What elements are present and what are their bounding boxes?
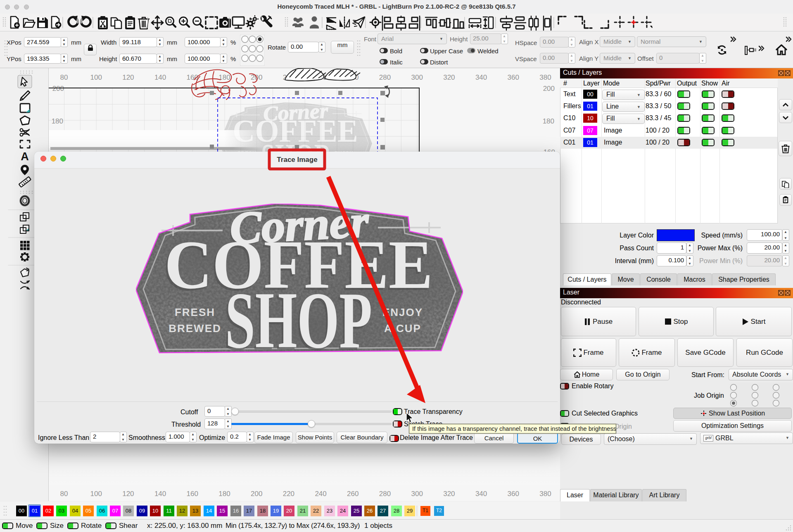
svg-text:200: 200 xyxy=(251,490,262,498)
svg-text:320: 320 xyxy=(443,74,455,81)
svg-text:A: A xyxy=(21,150,29,163)
svg-text:280: 280 xyxy=(379,490,391,498)
svg-text:360: 360 xyxy=(508,74,519,81)
svg-text:180: 180 xyxy=(52,117,63,125)
svg-text:340: 340 xyxy=(475,74,487,81)
svg-text:100: 100 xyxy=(90,490,102,498)
svg-text:120: 120 xyxy=(122,74,134,81)
svg-text:100: 100 xyxy=(90,74,102,81)
svg-text:240: 240 xyxy=(315,490,326,498)
svg-text:380: 380 xyxy=(539,490,551,498)
svg-text:160: 160 xyxy=(187,490,198,498)
svg-text:280: 280 xyxy=(379,74,391,81)
svg-text:180: 180 xyxy=(218,74,230,81)
svg-text:200: 200 xyxy=(52,85,64,93)
svg-text:120: 120 xyxy=(122,490,134,498)
svg-text:220: 220 xyxy=(283,490,294,498)
svg-text:80: 80 xyxy=(60,490,68,498)
svg-text:300: 300 xyxy=(411,490,423,498)
svg-text:340: 340 xyxy=(475,490,487,498)
svg-text:80: 80 xyxy=(60,74,68,81)
svg-text:380: 380 xyxy=(539,74,551,81)
svg-text:200: 200 xyxy=(543,85,555,93)
svg-text:300: 300 xyxy=(411,74,423,81)
svg-text:140: 140 xyxy=(154,490,166,498)
svg-text:180: 180 xyxy=(218,490,230,498)
svg-text:360: 360 xyxy=(508,490,519,498)
svg-text:140: 140 xyxy=(154,74,166,81)
svg-text:260: 260 xyxy=(347,490,359,498)
svg-text:180: 180 xyxy=(543,117,554,125)
svg-text:320: 320 xyxy=(443,490,455,498)
